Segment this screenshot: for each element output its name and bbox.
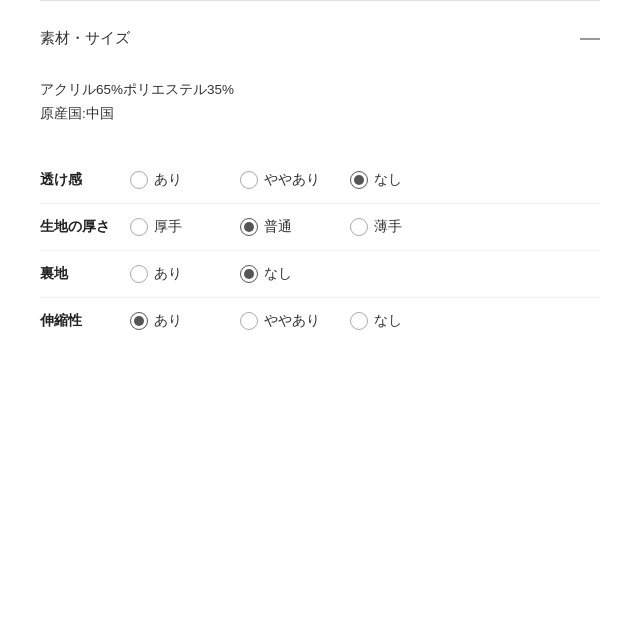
attr-options: ありややありなし [130, 171, 600, 189]
radio-option[interactable]: あり [130, 171, 210, 189]
radio-selected-icon[interactable] [240, 218, 258, 236]
radio-label: あり [154, 171, 182, 189]
attr-label: 裏地 [40, 265, 130, 283]
attr-options: 厚手普通薄手 [130, 218, 600, 236]
attr-options: ありなし [130, 265, 600, 283]
radio-option[interactable]: 厚手 [130, 218, 210, 236]
radio-unselected-icon[interactable] [130, 265, 148, 283]
radio-label: なし [374, 171, 402, 189]
radio-option[interactable]: あり [130, 312, 210, 330]
section-header: 素材・サイズ [40, 0, 600, 68]
radio-option[interactable]: なし [350, 171, 430, 189]
radio-label: 普通 [264, 218, 292, 236]
radio-selected-icon[interactable] [130, 312, 148, 330]
attr-row: 生地の厚さ厚手普通薄手 [40, 204, 600, 251]
radio-option[interactable]: なし [240, 265, 320, 283]
radio-option[interactable]: ややあり [240, 171, 320, 189]
radio-label: なし [264, 265, 292, 283]
attr-label: 生地の厚さ [40, 218, 130, 236]
attr-row: 伸縮性ありややありなし [40, 298, 600, 344]
radio-unselected-icon[interactable] [350, 312, 368, 330]
radio-unselected-icon[interactable] [130, 171, 148, 189]
radio-unselected-icon[interactable] [240, 312, 258, 330]
page-container: 素材・サイズ アクリル65%ポリエステル35% 原産国:中国 透け感ありややあり… [0, 0, 640, 640]
radio-unselected-icon[interactable] [240, 171, 258, 189]
attr-row: 裏地ありなし [40, 251, 600, 298]
attr-label: 透け感 [40, 171, 130, 189]
radio-label: 厚手 [154, 218, 182, 236]
radio-unselected-icon[interactable] [130, 218, 148, 236]
material-info: アクリル65%ポリエステル35% 原産国:中国 [40, 78, 600, 127]
material-origin: 原産国:中国 [40, 102, 600, 126]
radio-label: ややあり [264, 171, 320, 189]
radio-label: 薄手 [374, 218, 402, 236]
radio-option[interactable]: あり [130, 265, 210, 283]
attributes-table: 透け感ありややありなし生地の厚さ厚手普通薄手裏地ありなし伸縮性ありややありなし [40, 157, 600, 344]
radio-option[interactable]: ややあり [240, 312, 320, 330]
radio-label: あり [154, 265, 182, 283]
material-composition: アクリル65%ポリエステル35% [40, 78, 600, 102]
attr-options: ありややありなし [130, 312, 600, 330]
attr-label: 伸縮性 [40, 312, 130, 330]
radio-label: あり [154, 312, 182, 330]
radio-selected-icon[interactable] [240, 265, 258, 283]
radio-selected-icon[interactable] [350, 171, 368, 189]
radio-option[interactable]: 普通 [240, 218, 320, 236]
radio-label: ややあり [264, 312, 320, 330]
collapse-icon[interactable] [580, 38, 600, 40]
attr-row: 透け感ありややありなし [40, 157, 600, 204]
radio-option[interactable]: 薄手 [350, 218, 430, 236]
radio-option[interactable]: なし [350, 312, 430, 330]
section-title: 素材・サイズ [40, 29, 130, 48]
radio-label: なし [374, 312, 402, 330]
radio-unselected-icon[interactable] [350, 218, 368, 236]
